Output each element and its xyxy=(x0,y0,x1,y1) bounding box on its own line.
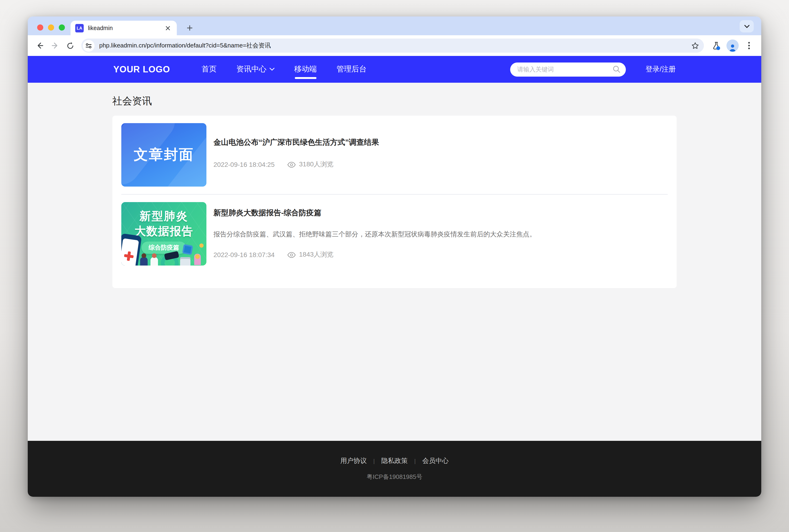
article-date: 2022-09-16 18:07:34 xyxy=(213,251,275,259)
footer-links: 用户协议 | 隐私政策 | 会员中心 xyxy=(340,457,449,465)
icp-record-number: 粤ICP备19081985号 xyxy=(367,473,422,481)
zoom-window-button[interactable] xyxy=(59,24,65,31)
search-input[interactable] xyxy=(510,62,626,76)
article-description: 报告分综合防疫篇、武汉篇、拒绝野味篇三个部分，还原本次新型冠状病毒肺炎疫情发生前… xyxy=(213,229,668,239)
article-title[interactable]: 金山电池公布“沪广深市民绿色生活方式”调查结果 xyxy=(213,138,668,148)
reload-icon[interactable] xyxy=(62,38,78,53)
webpage-viewport: YOUR LOGO 首页 资讯中心 移动端 xyxy=(28,56,761,497)
desktop-backdrop: LA likeadmin xyxy=(0,0,789,532)
site-navbar: YOUR LOGO 首页 资讯中心 移动端 xyxy=(28,56,761,83)
cover-badge: 综合防疫篇 xyxy=(142,242,186,254)
likeadmin-favicon: LA xyxy=(75,24,84,32)
site-logo[interactable]: YOUR LOGO xyxy=(113,64,170,75)
footer-link[interactable]: 隐私政策 xyxy=(381,457,408,465)
active-tab-indicator xyxy=(295,77,316,79)
article-date: 2022-09-16 18:04:25 xyxy=(213,161,275,168)
page-title: 社会资讯 xyxy=(112,94,677,108)
chevron-down-icon xyxy=(269,68,274,71)
article-title[interactable]: 新型肺炎大数据报告-综合防疫篇 xyxy=(213,208,668,218)
login-register-link[interactable]: 登录/注册 xyxy=(645,65,676,74)
profile-avatar[interactable] xyxy=(727,39,739,52)
cover-placeholder-text: 文章封面 xyxy=(134,145,194,165)
url-text[interactable]: php.likeadmin.cn/pc/information/default?… xyxy=(99,41,691,50)
tab-search-chevron-icon[interactable] xyxy=(740,20,754,33)
site-footer: 用户协议 | 隐私政策 | 会员中心 粤ICP备19081985号 xyxy=(28,441,761,497)
article-row[interactable]: 新型肺炎 大数据报告 综合防疫篇 xyxy=(121,194,668,273)
article-list-card: 文章封面 金山电池公布“沪广深市民绿色生活方式”调查结果 2022-09-16 … xyxy=(112,116,677,288)
back-icon[interactable] xyxy=(33,38,48,53)
article-cover-thumbnail[interactable]: 新型肺炎 大数据报告 综合防疫篇 xyxy=(121,202,206,266)
page-body: 社会资讯 文章封面 金山电池公布“沪广深市民绿色生活方式”调查结果 2022-0… xyxy=(112,83,677,441)
tab-strip: LA likeadmin xyxy=(28,16,761,35)
browser-toolbar: php.likeadmin.cn/pc/information/default?… xyxy=(28,35,761,56)
traffic-lights xyxy=(37,24,65,31)
experiments-flask-icon[interactable] xyxy=(709,38,724,53)
browser-tab[interactable]: LA likeadmin xyxy=(71,21,177,35)
bookmark-star-icon[interactable] xyxy=(691,42,699,50)
footer-link[interactable]: 会员中心 xyxy=(422,457,449,465)
footer-divider: | xyxy=(414,457,416,464)
article-row[interactable]: 文章封面 金山电池公布“沪广深市民绿色生活方式”调查结果 2022-09-16 … xyxy=(121,123,668,194)
cover-headline-line1: 新型肺炎 xyxy=(121,209,206,224)
article-view-count: 1843人浏览 xyxy=(299,250,333,259)
menu-item-home[interactable]: 首页 xyxy=(192,56,226,83)
close-window-button[interactable] xyxy=(37,24,43,31)
search-icon[interactable] xyxy=(613,65,621,73)
url-bar[interactable]: php.likeadmin.cn/pc/information/default?… xyxy=(81,39,704,53)
menu-item-news-center[interactable]: 资讯中心 xyxy=(226,56,284,83)
site-settings-icon[interactable] xyxy=(83,40,95,52)
article-cover-thumbnail[interactable]: 文章封面 xyxy=(121,123,206,187)
site-search xyxy=(510,62,626,76)
eye-icon xyxy=(287,162,296,168)
footer-link[interactable]: 用户协议 xyxy=(340,457,367,465)
eye-icon xyxy=(287,252,296,258)
article-meta: 2022-09-16 18:07:34 1843人浏览 xyxy=(213,250,668,259)
toolbar-right-icons xyxy=(709,38,756,53)
forward-icon[interactable] xyxy=(48,38,62,53)
tab-title: likeadmin xyxy=(88,25,164,31)
browser-window: LA likeadmin xyxy=(28,16,761,497)
menu-item-admin[interactable]: 管理后台 xyxy=(326,56,376,83)
new-tab-button[interactable] xyxy=(183,21,196,34)
footer-divider: | xyxy=(373,457,375,464)
kebab-menu-icon[interactable] xyxy=(741,38,756,53)
site-menu: 首页 资讯中心 移动端 管理后台 xyxy=(192,56,376,83)
menu-item-mobile[interactable]: 移动端 xyxy=(284,56,326,83)
minimize-window-button[interactable] xyxy=(48,24,54,31)
tab-close-icon[interactable] xyxy=(164,24,172,32)
article-meta: 2022-09-16 18:04:25 3180人浏览 xyxy=(213,160,668,169)
article-view-count: 3180人浏览 xyxy=(299,160,333,169)
